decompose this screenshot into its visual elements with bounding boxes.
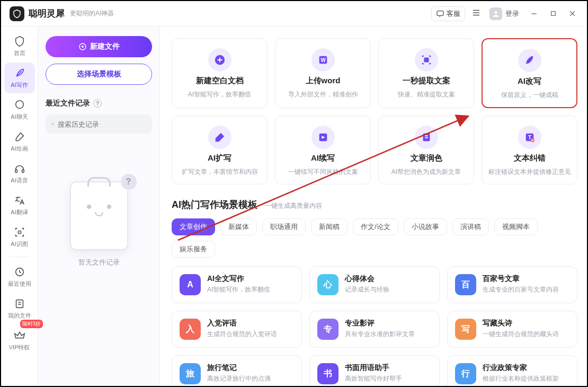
template-title: AI全文写作 xyxy=(207,274,270,284)
nav-label: AI写作 xyxy=(11,81,28,89)
template-card[interactable]: 行行业政策专家根据行业名称提供政策框架 xyxy=(447,355,577,386)
template-grid: AAI全文写作AI智能写作，效率翻倍心心得体会记录成长与经验百百家号文章生成专业… xyxy=(172,266,577,386)
nav-ai-drawing[interactable]: AI绘画 xyxy=(4,126,35,157)
tool-card-word[interactable]: W上传word导入外部文件，精准创作 xyxy=(275,38,371,108)
clock-icon xyxy=(13,266,26,278)
sidebar-nav: 首页 AI写作 AI聊天 AI绘画 AI语音 AI翻译 AI识图 最近使用 我的… xyxy=(1,27,38,386)
maximize-button[interactable] xyxy=(544,5,563,22)
empty-illustration: ? xyxy=(70,181,128,250)
svg-point-1 xyxy=(494,11,497,13)
template-icon: A xyxy=(180,274,201,295)
svg-rect-2 xyxy=(551,12,555,16)
tool-card-correct[interactable]: T文本纠错标注错误文本并提供修正意见 xyxy=(482,116,577,184)
category-tag[interactable]: 娱乐服务 xyxy=(172,241,215,258)
svg-rect-14 xyxy=(424,58,428,61)
main-content: 新建空白文档AI智能写作，效率翻倍W上传word导入外部文件，精准创作一秒提取文… xyxy=(160,27,587,386)
hamburger-menu-button[interactable] xyxy=(468,6,484,22)
close-button[interactable] xyxy=(563,5,582,22)
svg-point-6 xyxy=(18,231,21,234)
tool-card-rewrite[interactable]: AI改写保留原义，一键成稿 xyxy=(482,38,577,108)
category-tag[interactable]: 文章创作 xyxy=(172,218,215,235)
template-subtitle: 记录成长与经验 xyxy=(345,285,389,294)
minimize-button[interactable] xyxy=(524,5,544,22)
tool-card-expand[interactable]: AI扩写扩写文章，丰富情节和内容 xyxy=(172,116,268,184)
nav-ai-voice[interactable]: AI语音 xyxy=(4,158,35,189)
nav-recent[interactable]: 最近使用 xyxy=(4,261,35,292)
category-tag[interactable]: 新媒体 xyxy=(220,218,257,235)
titlebar: 聪明灵犀 更聪明的AI神器 客服 登录 xyxy=(1,1,587,27)
svg-rect-4 xyxy=(15,170,17,173)
chat-icon xyxy=(436,10,444,18)
recent-files-header: 最近文件记录 ? xyxy=(46,99,152,108)
template-subtitle: 生成专业的百家号文章内容 xyxy=(483,285,559,294)
tool-subtitle: 导入外部文件，精准创作 xyxy=(288,90,358,99)
search-input[interactable] xyxy=(58,120,147,128)
tools-grid: 新建空白文档AI智能写作，效率翻倍W上传word导入外部文件，精准创作一秒提取文… xyxy=(172,38,577,184)
nav-ai-chat[interactable]: AI聊天 xyxy=(4,94,35,125)
minimize-icon xyxy=(530,10,538,17)
tool-subtitle: AI帮您润色为成为新文章 xyxy=(391,168,461,177)
template-icon: 旅 xyxy=(180,363,201,384)
category-tag[interactable]: 新闻稿 xyxy=(311,218,348,235)
scan-icon xyxy=(13,226,26,239)
crown-icon xyxy=(13,329,26,342)
extract-icon xyxy=(415,48,438,72)
template-card[interactable]: 专专业影评具有专业水准的影评文章 xyxy=(309,311,440,348)
tool-title: 文章润色 xyxy=(411,153,442,163)
empty-state: ? 暂无文件记录 xyxy=(46,181,152,267)
template-title: 心得体会 xyxy=(345,274,389,284)
nav-vip[interactable]: 限时3折 VIP特权 xyxy=(4,325,35,356)
template-subtitle: 高效智能写作好帮手 xyxy=(345,374,402,383)
divider xyxy=(10,257,30,257)
tool-subtitle: 一键续写不同风格的文案 xyxy=(288,168,358,177)
nav-ai-translate[interactable]: AI翻译 xyxy=(4,190,35,221)
search-box[interactable] xyxy=(46,115,152,134)
app-tagline: 更聪明的AI神器 xyxy=(70,9,114,18)
nav-label: AI聊天 xyxy=(11,113,28,121)
tool-card-continue[interactable]: AI续写一键续写不同风格的文案 xyxy=(275,116,371,184)
login-button[interactable]: 登录 xyxy=(505,9,519,19)
svg-rect-8 xyxy=(16,300,23,308)
tool-title: 新建空白文档 xyxy=(196,76,244,86)
nav-label: AI语音 xyxy=(11,177,28,184)
template-card[interactable]: 心心得体会记录成长与经验 xyxy=(309,266,440,303)
category-tag[interactable]: 作文/论文 xyxy=(353,218,398,235)
choose-template-button[interactable]: 选择场景模板 xyxy=(46,64,152,85)
template-card[interactable]: 入入党评语生成符合规范的入党评语 xyxy=(172,311,302,348)
category-tag[interactable]: 小说故事 xyxy=(404,218,447,235)
nav-home[interactable]: 首页 xyxy=(4,31,35,61)
avatar-icon[interactable] xyxy=(489,7,502,20)
template-card[interactable]: AAI全文写作AI智能写作，效率翻倍 xyxy=(172,266,302,303)
template-title: 书面用语助手 xyxy=(345,363,402,373)
template-title: 专业影评 xyxy=(345,319,415,328)
tool-card-extract[interactable]: 一秒提取文案快速、精准提取文案 xyxy=(378,38,474,108)
category-tag[interactable]: 演讲稿 xyxy=(452,218,489,235)
template-card[interactable]: 书书面用语助手高效智能写作好帮手 xyxy=(309,355,440,386)
app-title: 聪明灵犀 xyxy=(29,7,65,20)
tool-subtitle: AI智能写作，效率翻倍 xyxy=(188,90,251,99)
tool-card-polish[interactable]: 文章润色AI帮您润色为成为新文章 xyxy=(378,116,474,184)
nav-ai-writing[interactable]: AI写作 xyxy=(4,63,35,93)
tool-title: 一秒提取文案 xyxy=(403,76,450,86)
tool-subtitle: 标注错误文本并提供修正意见 xyxy=(488,168,571,177)
nav-label: AI识图 xyxy=(11,240,28,248)
new-file-button[interactable]: 新建文件 xyxy=(46,36,152,57)
nav-ai-image-detect[interactable]: AI识图 xyxy=(4,222,35,252)
template-card[interactable]: 写写藏头诗一键生成符合规范的藏头诗 xyxy=(447,311,577,348)
template-subtitle: 根据行业名称提供政策框架 xyxy=(483,374,559,383)
category-tag[interactable]: 视频脚本 xyxy=(494,218,538,235)
file-icon xyxy=(13,297,26,310)
polish-icon xyxy=(415,126,438,149)
svg-point-10 xyxy=(51,123,54,125)
category-tag[interactable]: 职场通用 xyxy=(262,218,306,235)
tool-title: 上传word xyxy=(306,76,341,86)
tool-card-plus[interactable]: 新建空白文档AI智能写作，效率翻倍 xyxy=(172,38,268,108)
template-card[interactable]: 百百家号文章生成专业的百家号文章内容 xyxy=(447,266,577,303)
rewrite-icon xyxy=(518,49,541,72)
template-card[interactable]: 旅旅行笔记高效记录旅行中的点滴 xyxy=(172,355,302,386)
tool-title: AI扩写 xyxy=(208,153,231,163)
svg-text:W: W xyxy=(320,57,326,63)
customer-service-button[interactable]: 客服 xyxy=(431,6,465,21)
help-icon[interactable]: ? xyxy=(93,99,102,108)
mid-panel: 新建文件 选择场景模板 最近文件记录 ? ? 暂无文件记录 xyxy=(38,27,160,386)
